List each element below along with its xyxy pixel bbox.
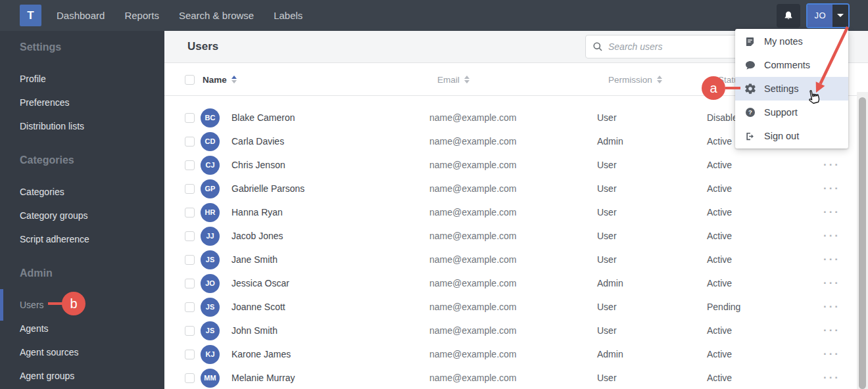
sidebar-item-preferences[interactable]: Preferences — [0, 91, 164, 114]
user-menu-button[interactable]: JO — [806, 3, 850, 28]
sidebar-item-categories[interactable]: Categories — [0, 180, 164, 204]
column-header-name[interactable]: Name — [203, 63, 237, 96]
row-checkbox[interactable] — [185, 160, 195, 170]
table-row: JO Jessica Oscar name@example.com Admin … — [164, 271, 868, 295]
cell-name: Joanne Scott — [231, 302, 429, 312]
row-checkbox[interactable] — [185, 279, 195, 288]
app-screen: T Dashboard Reports Search & browse Labe… — [0, 0, 868, 389]
row-actions-button[interactable]: ··· — [822, 300, 840, 313]
cell-permission: Admin — [597, 349, 707, 359]
top-nav: T Dashboard Reports Search & browse Labe… — [0, 0, 868, 31]
row-checkbox[interactable] — [185, 326, 195, 336]
avatar: JS — [201, 321, 220, 340]
search-input[interactable] — [608, 41, 739, 52]
sidebar-item-agent-sources[interactable]: Agent sources — [0, 340, 164, 364]
primary-nav: Dashboard Reports Search & browse Labels — [47, 0, 312, 31]
cell-status: Active — [707, 183, 822, 194]
sidebar-item-profile[interactable]: Profile — [0, 67, 164, 91]
row-checkbox[interactable] — [185, 184, 195, 194]
row-actions-button[interactable]: ··· — [822, 253, 840, 265]
row-actions-button[interactable]: ··· — [822, 182, 840, 194]
cell-email: name@example.com — [429, 112, 597, 123]
nav-item-search-browse[interactable]: Search & browse — [169, 0, 264, 31]
table-row: JJ Jacob Jones name@example.com User Act… — [164, 224, 868, 248]
cell-permission: User — [597, 160, 707, 170]
sidebar: Settings Profile Preferences Distributio… — [0, 31, 164, 389]
scrollbar-track[interactable] — [857, 92, 868, 389]
menu-item-settings[interactable]: Settings — [735, 77, 848, 101]
nav-item-dashboard[interactable]: Dashboard — [47, 0, 114, 31]
table-row: CJ Chris Jenson name@example.com User Ac… — [164, 153, 868, 177]
row-checkbox[interactable] — [185, 255, 195, 265]
table-row: MM Melanie Murray name@example.com User … — [164, 366, 868, 389]
table-row: GP Gabrielle Parsons name@example.com Us… — [164, 177, 868, 200]
cell-status: Active — [707, 278, 822, 288]
cell-status: Pending — [707, 302, 822, 312]
sidebar-item-category-groups[interactable]: Category groups — [0, 204, 164, 227]
cell-email: name@example.com — [429, 302, 597, 312]
menu-item-support[interactable]: ? Support — [735, 101, 848, 124]
row-actions-button[interactable]: ··· — [822, 277, 840, 289]
cell-name: Jessica Oscar — [231, 278, 429, 288]
table-row: JS John Smith name@example.com User Acti… — [164, 319, 868, 342]
row-actions-button[interactable]: ··· — [822, 158, 840, 171]
scrollbar-thumb[interactable] — [859, 97, 866, 389]
row-checkbox[interactable] — [185, 302, 195, 312]
cell-name: Jane Smith — [231, 254, 429, 265]
row-checkbox[interactable] — [185, 231, 195, 241]
cell-permission: User — [597, 302, 707, 312]
avatar: GP — [201, 179, 220, 198]
cell-name: Hanna Ryan — [231, 207, 429, 217]
row-actions-button[interactable]: ··· — [822, 206, 840, 218]
menu-item-comments[interactable]: Comments — [735, 53, 848, 77]
menu-item-my-notes[interactable]: My notes — [735, 30, 848, 53]
row-checkbox[interactable] — [185, 113, 195, 123]
sidebar-item-distribution-lists[interactable]: Distribution lists — [0, 114, 164, 138]
sidebar-item-users[interactable]: Users — [0, 293, 164, 317]
row-actions-button[interactable]: ··· — [822, 371, 840, 384]
active-indicator-bar — [0, 289, 3, 321]
cell-email: name@example.com — [429, 136, 597, 147]
app-logo[interactable]: T — [20, 5, 41, 26]
sidebar-item-script-adherence[interactable]: Script adherence — [0, 227, 164, 251]
row-checkbox[interactable] — [185, 137, 195, 147]
avatar: MM — [201, 369, 220, 388]
row-actions-button[interactable]: ··· — [822, 348, 840, 360]
cell-permission: User — [597, 231, 707, 241]
notifications-button[interactable] — [777, 4, 800, 28]
cell-name: Blake Cameron — [231, 112, 429, 123]
user-avatar: JO — [808, 5, 832, 27]
sort-arrows-icon — [657, 76, 662, 83]
sidebar-item-agent-groups[interactable]: Agent groups — [0, 364, 164, 388]
cell-email: name@example.com — [429, 278, 597, 288]
row-checkbox[interactable] — [185, 208, 195, 217]
table-row: HR Hanna Ryan name@example.com User Acti… — [164, 200, 868, 224]
avatar: JS — [201, 298, 220, 317]
row-actions-button[interactable]: ··· — [822, 229, 840, 242]
cell-status: Active — [707, 207, 822, 217]
row-checkbox[interactable] — [185, 350, 195, 359]
cell-permission: User — [597, 373, 707, 383]
sidebar-header-categories: Categories — [0, 152, 164, 168]
table-row: KJ Karone James name@example.com Admin A… — [164, 342, 868, 366]
row-actions-button[interactable]: ··· — [822, 324, 840, 336]
gear-icon — [744, 83, 756, 95]
cell-email: name@example.com — [429, 231, 597, 241]
page-title: Users — [187, 31, 218, 62]
cell-status: Active — [707, 349, 822, 359]
help-icon: ? — [744, 107, 756, 118]
nav-item-reports[interactable]: Reports — [114, 0, 169, 31]
chevron-down-icon[interactable] — [832, 5, 848, 27]
nav-item-labels[interactable]: Labels — [264, 0, 312, 31]
row-checkbox[interactable] — [185, 373, 195, 383]
sort-arrows-icon — [464, 76, 470, 83]
sidebar-item-agents[interactable]: Agents — [0, 317, 164, 340]
menu-item-sign-out[interactable]: Sign out — [735, 124, 848, 148]
select-all-checkbox[interactable] — [185, 75, 195, 85]
column-header-email[interactable]: Email — [437, 63, 470, 96]
cell-permission: Admin — [597, 136, 707, 147]
sort-arrows-icon — [231, 76, 237, 83]
avatar: JJ — [201, 227, 220, 246]
column-header-permission[interactable]: Permission — [608, 63, 662, 96]
search-box[interactable] — [585, 35, 746, 58]
